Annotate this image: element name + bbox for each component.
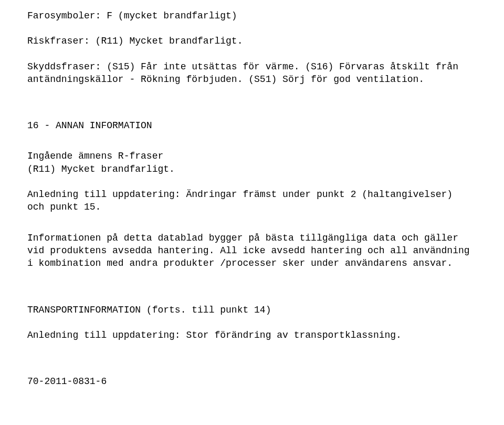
spacer	[27, 98, 472, 119]
info-paragraph: Informationen på detta datablad bygger p…	[27, 232, 472, 270]
anledning-2: Anledning till uppdatering: Stor förändr…	[27, 329, 472, 341]
riskfraser-line: Riskfraser: (R11) Mycket brandfarligt.	[27, 35, 472, 47]
spacer	[27, 144, 472, 150]
transport-heading: TRANSPORTINFORMATION (forts. till punkt …	[27, 304, 472, 316]
ingaende-title: Ingående ämnens R-fraser	[27, 150, 472, 162]
farosymboler-line: Farosymboler: F (mycket brandfarligt)	[27, 9, 472, 22]
spacer	[27, 226, 472, 232]
spacer	[27, 354, 472, 375]
anledning-1: Anledning till uppdatering: Ändringar fr…	[27, 188, 472, 214]
spacer	[27, 283, 472, 304]
skyddsfraser-para: Skyddsfraser: (S15) Får inte utsättas fö…	[27, 60, 472, 86]
ingaende-line-1: (R11) Mycket brandfarligt.	[27, 163, 472, 175]
section-16-heading: 16 - ANNAN INFORMATION	[27, 119, 472, 132]
footer-code: 70-2011-0831-6	[27, 375, 472, 388]
